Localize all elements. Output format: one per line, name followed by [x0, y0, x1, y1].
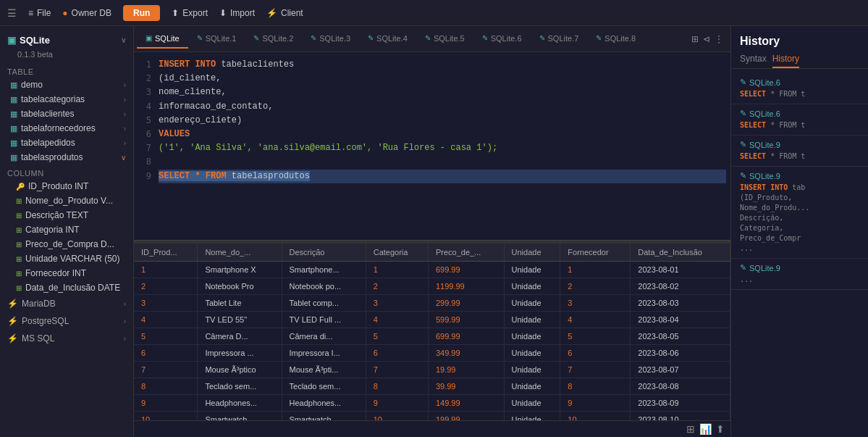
table-row: 9Headphones...Headphones...9149.99Unidad…: [134, 395, 730, 412]
results-table: ID_Prod... Nome_do_... Descrição Categor…: [134, 244, 730, 420]
export-view-icon[interactable]: ⬆: [716, 423, 725, 435]
column-section-label: Column: [0, 165, 133, 179]
sidebar-item-tabelapedidos[interactable]: ▦ tabelapedidos ›: [0, 136, 133, 150]
history-sql-2: SELECT * FROM t: [740, 120, 859, 130]
table-row: 6Impressora ...Impressora I...6349.99Uni…: [134, 345, 730, 362]
db-icon-maria: ⚡: [7, 299, 18, 309]
col-unidade[interactable]: ⊞ Unidade VARCHAR (50): [0, 251, 133, 266]
col-icon-cat: ⊞: [16, 226, 22, 234]
col-preco[interactable]: ⊞ Preco_de_Compra D...: [0, 237, 133, 251]
col-id-produto[interactable]: 🔑 ID_Produto INT: [0, 179, 133, 193]
col-name-nome: Nome_do_Produto V...: [25, 196, 113, 206]
col-icon-forn: ⊞: [16, 270, 22, 278]
col-header-data: Data_de_Inclusão: [631, 244, 730, 262]
code-line-7: ('1', 'Ana Silva', 'ana.silva@email.com'…: [159, 141, 726, 155]
tab-sqlite6[interactable]: ✎ SQLite.6: [473, 30, 531, 49]
import-icon: ⬇: [219, 8, 227, 18]
more-tabs-icon[interactable]: ⋮: [715, 34, 723, 44]
history-tab-syntax[interactable]: Syntax: [740, 51, 767, 68]
sidebar-mssql[interactable]: ⚡ MS SQL ›: [0, 330, 133, 347]
import-menu[interactable]: ⬇ Import: [219, 8, 255, 18]
history-edit-icon-4: ✎: [740, 171, 746, 180]
col-header-cat: Categoria: [366, 244, 428, 262]
chart-view-icon[interactable]: 📊: [699, 423, 712, 435]
history-sql-1: SELECT * FROM t: [740, 89, 859, 99]
tab-icon-sqlite5: ✎: [425, 34, 431, 42]
col-fornecedor[interactable]: ⊞ Fornecedor INT: [0, 266, 133, 280]
col-icon-key: 🔑: [16, 183, 25, 191]
sidebar-item-tabelafornecedores[interactable]: ▦ tabelafornecedores ›: [0, 121, 133, 136]
run-button[interactable]: Run: [123, 5, 160, 21]
sidebar-db-header[interactable]: ▣ SQLite ∨: [0, 32, 133, 49]
tab-sqlite2[interactable]: ✎ SQLite.2: [245, 30, 302, 49]
history-db-3: SQLite.9: [749, 141, 780, 149]
add-tab-icon[interactable]: ⊞: [691, 34, 699, 44]
chevron-ped: ›: [124, 139, 126, 147]
menu-icon[interactable]: ☰: [7, 7, 17, 19]
results-panel[interactable]: ID_Prod... Nome_do_... Descrição Categor…: [134, 244, 730, 420]
sidebar-chevron[interactable]: ∨: [121, 36, 126, 44]
chevron-cat: ›: [124, 96, 126, 104]
col-header-preco: Preco_de_...: [428, 244, 504, 262]
history-db-2: SQLite.6: [749, 109, 780, 118]
col-nome-produto[interactable]: ⊞ Nome_do_Produto V...: [0, 193, 133, 208]
tab-sqlite5[interactable]: ✎ SQLite.5: [416, 30, 473, 49]
history-db-4: SQLite.9: [749, 172, 780, 180]
history-entry-4[interactable]: ✎ SQLite.9 INSERT INTO tab(ID_Produto,No…: [731, 167, 868, 259]
sidebar-postgresql[interactable]: ⚡ PostgreSQL ›: [0, 312, 133, 330]
share-icon[interactable]: ⊲: [703, 34, 710, 44]
sidebar-item-tabelaclientes[interactable]: ▦ tabelaclientes ›: [0, 107, 133, 121]
line-numbers: 1 2 3 4 5 6 7 8 9: [134, 52, 154, 240]
db-label: Owner DB: [72, 8, 111, 18]
toolbar: ☰ ≡ File ● Owner DB Run ⬆ Export ⬇ Impor…: [0, 0, 868, 26]
table-row: 10SmartwatchSmartwatch ...10199.99Unidad…: [134, 412, 730, 421]
tab-sqlite7[interactable]: ✎ SQLite.7: [531, 30, 588, 49]
editor-panel: 1 2 3 4 5 6 7 8 9 INSERT INTO tabelaclie…: [134, 52, 730, 241]
tab-sqlite3[interactable]: ✎ SQLite.3: [302, 30, 359, 49]
file-icon: ≡: [28, 8, 33, 18]
grid-view-icon[interactable]: ⊞: [686, 423, 695, 435]
code-line-6: VALUES: [159, 128, 726, 141]
file-menu[interactable]: ≡ File: [28, 8, 51, 18]
table-icon: ▦: [10, 80, 17, 90]
history-entry-3[interactable]: ✎ SQLite.9 SELECT * FROM t: [731, 136, 868, 167]
table-icon-cat: ▦: [10, 95, 17, 104]
tab-sqlite8[interactable]: ✎ SQLite.8: [587, 30, 644, 49]
sidebar-db-name: SQLite: [20, 35, 50, 46]
code-editor[interactable]: INSERT INTO tabelaclientes (id_cliente, …: [154, 52, 730, 240]
code-line-5: endereço_cliete): [159, 114, 726, 128]
col-descricao[interactable]: ⊞ Descrição TEXT: [0, 208, 133, 222]
code-line-9: SELECT * FROM tabelasprodutos: [159, 170, 726, 183]
history-tab-history[interactable]: History: [772, 51, 799, 68]
table-name-cli: tabelaclientes: [21, 109, 74, 119]
col-name-data: Data_de_Inclusão DATE: [25, 283, 120, 293]
sidebar-mariadb[interactable]: ⚡ MariaDB ›: [0, 295, 133, 312]
history-entry-5[interactable]: ✎ SQLite.9 ...: [731, 259, 868, 290]
history-entry-2[interactable]: ✎ SQLite.6 SELECT * FROM t: [731, 104, 868, 136]
history-sql-3: SELECT * FROM t: [740, 151, 859, 162]
history-entry-1[interactable]: ✎ SQLite.6 SELECT * FROM t: [731, 73, 868, 104]
tab-sqlite1[interactable]: ✎ SQLite.1: [188, 30, 245, 49]
client-menu[interactable]: ⚡ Client: [266, 8, 303, 18]
code-line-3: nome_cliente,: [159, 86, 726, 99]
db-selector[interactable]: ● Owner DB: [62, 8, 111, 18]
sidebar-item-tabelasprodutos[interactable]: ▦ tabelasprodutos ∨: [0, 150, 133, 165]
table-icon-ped: ▦: [10, 138, 17, 148]
table-header-row: ID_Prod... Nome_do_... Descrição Categor…: [134, 244, 730, 262]
export-menu[interactable]: ⬆ Export: [172, 8, 208, 18]
col-icon-nome: ⊞: [16, 197, 22, 205]
sidebar-table-label: Table: [0, 63, 133, 78]
col-categoria[interactable]: ⊞ Categoria INT: [0, 222, 133, 237]
chevron-cli: ›: [124, 110, 126, 118]
tab-sqlite[interactable]: ▣ SQLite: [137, 30, 188, 49]
sidebar-item-tabelacategorias[interactable]: ▦ tabelacategorias ›: [0, 92, 133, 107]
tab-sqlite4[interactable]: ✎ SQLite.4: [359, 30, 416, 49]
table-icon-cli: ▦: [10, 109, 17, 119]
col-data[interactable]: ⊞ Data_de_Inclusão DATE: [0, 280, 133, 295]
tabs-bar: ▣ SQLite ✎ SQLite.1 ✎ SQLite.2 ✎ SQLite.…: [134, 26, 730, 52]
table-name-ped: tabelapedidos: [21, 138, 75, 148]
table-name-cat: tabelacategorias: [21, 94, 85, 104]
chevron-demo: ›: [124, 81, 126, 89]
sidebar-item-demo[interactable]: ▦ demo ›: [0, 78, 133, 92]
tab-icon-sqlite7: ✎: [539, 34, 545, 42]
